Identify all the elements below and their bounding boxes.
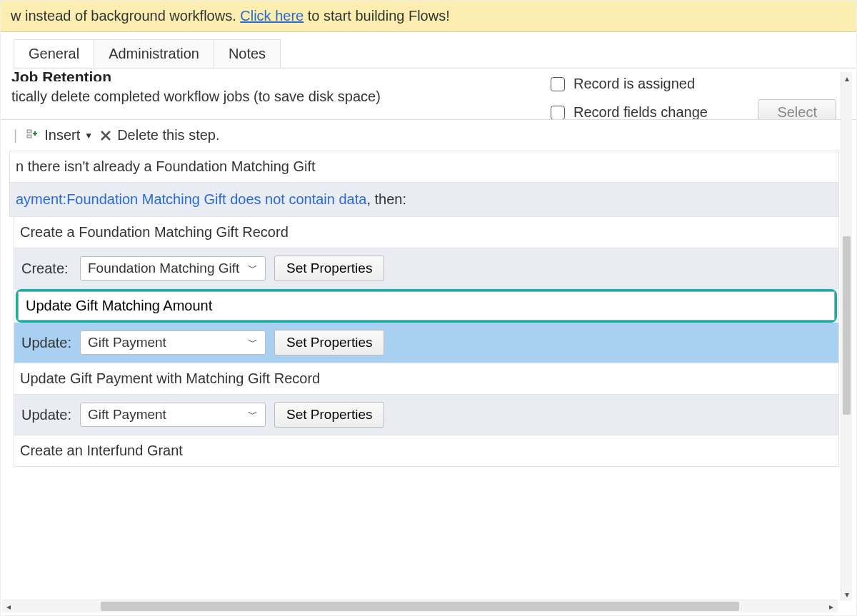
- chevron-down-icon: ﹀: [248, 262, 258, 275]
- step-description-input[interactable]: [18, 291, 835, 320]
- toolbar-separator: |: [11, 127, 20, 143]
- vertical-scroll-thumb[interactable]: [843, 236, 851, 415]
- update-label-1: Update:: [21, 335, 71, 351]
- chevron-down-icon: ﹀: [248, 408, 258, 421]
- checkbox-record-assigned[interactable]: [551, 77, 565, 91]
- step-create-title[interactable]: Create a Foundation Matching Gift Record: [14, 217, 839, 248]
- delete-step-button[interactable]: Delete this step.: [99, 127, 219, 143]
- delete-label: Delete this step.: [117, 127, 219, 143]
- vertical-scrollbar[interactable]: ▴ ▾: [841, 72, 852, 601]
- set-properties-button-1[interactable]: Set Properties: [274, 330, 384, 355]
- banner-suffix: to start building Flows!: [304, 8, 450, 24]
- select-fields-button[interactable]: Select: [758, 99, 836, 119]
- close-icon: [99, 128, 113, 143]
- step-update-payment-action: Update: Gift Payment ﹀ Set Properties: [14, 395, 839, 435]
- create-label: Create:: [21, 261, 71, 277]
- insert-step-button[interactable]: Insert ▼: [26, 127, 93, 143]
- workflow-steps: n there isn't already a Foundation Match…: [9, 151, 839, 467]
- step-toolbar: | Insert ▼ Delete this step.: [1, 120, 856, 151]
- horizontal-scroll-thumb[interactable]: [101, 602, 739, 611]
- step-condition-if[interactable]: ayment:Foundation Matching Gift does not…: [9, 183, 839, 217]
- banner-link[interactable]: Click here: [240, 8, 304, 24]
- banner-prefix: w instead of background workflows.: [11, 8, 240, 24]
- info-banner: w instead of background workflows. Click…: [1, 1, 856, 32]
- tab-bar: General Administration Notes: [14, 39, 856, 69]
- chevron-down-icon: ﹀: [248, 336, 258, 349]
- retention-heading: Job Retention: [11, 69, 443, 81]
- scroll-right-arrow[interactable]: ▸: [825, 602, 838, 612]
- condition-link[interactable]: ayment:Foundation Matching Gift does not…: [16, 191, 366, 207]
- checkbox-record-fields-change[interactable]: [551, 106, 565, 120]
- tab-administration[interactable]: Administration: [94, 39, 214, 68]
- label-record-assigned: Record is assigned: [573, 76, 695, 92]
- active-step-highlight: [16, 289, 837, 323]
- scroll-up-arrow[interactable]: ▴: [841, 72, 852, 85]
- insert-label: Insert: [44, 127, 80, 143]
- update-entity-dropdown-1[interactable]: Gift Payment ﹀: [80, 330, 266, 355]
- retention-desc: tically delete completed workflow jobs (…: [11, 89, 443, 105]
- update-entity-value-2: Gift Payment: [88, 407, 166, 423]
- tab-general[interactable]: General: [14, 39, 94, 68]
- step-update-payment-title[interactable]: Update Gift Payment with Matching Gift R…: [14, 363, 839, 395]
- chevron-down-icon: ▼: [84, 131, 93, 141]
- step-update-amount-action: Update: Gift Payment ﹀ Set Properties: [14, 323, 839, 363]
- set-properties-button[interactable]: Set Properties: [274, 256, 384, 281]
- update-entity-value-1: Gift Payment: [88, 335, 166, 350]
- label-record-fields-change: Record fields change: [573, 104, 708, 119]
- create-entity-value: Foundation Matching Gift: [88, 261, 239, 276]
- step-condition-title[interactable]: n there isn't already a Foundation Match…: [9, 151, 839, 183]
- svg-rect-0: [27, 130, 31, 133]
- tab-notes[interactable]: Notes: [214, 39, 281, 68]
- condition-suffix: , then:: [366, 191, 406, 207]
- insert-icon: [26, 128, 40, 143]
- set-properties-button-2[interactable]: Set Properties: [274, 402, 384, 428]
- step-create-interfund-title[interactable]: Create an Interfund Grant: [14, 435, 839, 467]
- scroll-down-arrow[interactable]: ▾: [841, 588, 852, 601]
- create-entity-dropdown[interactable]: Foundation Matching Gift ﹀: [80, 256, 266, 281]
- update-entity-dropdown-2[interactable]: Gift Payment ﹀: [80, 403, 266, 427]
- trigger-panel: Record is assigned Record fields change …: [551, 69, 836, 119]
- scroll-left-arrow[interactable]: ◂: [2, 602, 15, 612]
- step-update-amount-title-row: [14, 289, 839, 323]
- update-label-2: Update:: [21, 407, 71, 423]
- svg-rect-1: [27, 135, 31, 138]
- section-retention-triggers: Job Retention tically delete completed w…: [1, 69, 856, 119]
- horizontal-scrollbar[interactable]: ◂ ▸: [2, 600, 838, 612]
- step-create-action: Create: Foundation Matching Gift ﹀ Set P…: [14, 248, 839, 289]
